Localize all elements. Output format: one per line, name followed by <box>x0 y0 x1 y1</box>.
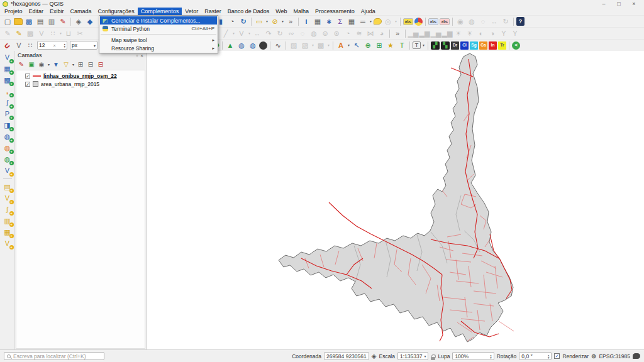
layer-diagrams-button[interactable] <box>414 18 423 26</box>
measure-line-button[interactable]: ═ <box>358 17 368 26</box>
menu-vetor[interactable]: Vetor <box>182 8 201 15</box>
filter-by-expression-button[interactable]: ▽ <box>62 60 70 69</box>
plugin-ca-button[interactable]: Ca <box>479 41 487 50</box>
menu-editar[interactable]: Editar <box>26 8 47 15</box>
spinner-arrows[interactable]: ▴▾ <box>490 354 492 359</box>
menu-ajuda[interactable]: Ajuda <box>358 8 379 15</box>
add-spatialite-layer-button[interactable]: ∫ <box>3 98 13 107</box>
plugin-tr-button[interactable]: Tr <box>498 41 506 50</box>
style-manager-button[interactable]: ✎ <box>58 17 68 26</box>
open-layer-styling-button[interactable]: ✎ <box>17 60 26 69</box>
open-table-dropdown[interactable]: ▦ <box>347 17 357 26</box>
collapse-all-button[interactable]: ⊟ <box>86 60 95 69</box>
layout-manager-button[interactable]: ▥ <box>47 17 57 26</box>
lock-scale-icon[interactable] <box>431 353 435 360</box>
filter-legend-button[interactable]: ▼ <box>52 60 60 69</box>
add-vector-layer-button[interactable]: V <box>3 53 13 62</box>
menu-web[interactable]: Web <box>272 8 290 15</box>
messages-icon[interactable] <box>633 353 640 359</box>
select-pointer-button[interactable]: ↖ <box>352 41 362 50</box>
temporal-controller-button[interactable]: ◔ <box>227 17 237 26</box>
spinner-arrows[interactable]: ▴▾ <box>64 43 65 48</box>
crs-label[interactable]: EPSG:31985 <box>599 353 630 359</box>
plugin-dr-button[interactable]: Dr <box>451 41 459 50</box>
magnifier-spinbox[interactable]: 100% ▴▾ <box>452 352 494 360</box>
diagram-options-button[interactable]: abc <box>440 18 450 25</box>
plugin-cl-button[interactable]: Cl <box>460 41 469 50</box>
menu-item-python-console[interactable]: Terminal Python Ctrl+Alt+P <box>100 25 217 33</box>
add-delimited-text-button[interactable]: , <box>3 87 13 96</box>
spinner-arrows[interactable]: ▴▾ <box>548 354 550 359</box>
menu-configura-es[interactable]: Configurações <box>95 8 138 15</box>
expand-all-button[interactable]: ⊞ <box>76 60 85 69</box>
menu-projeto[interactable]: Projeto <box>1 8 26 15</box>
labeling-options-button[interactable]: abc <box>428 18 438 25</box>
layer-labeling-button[interactable]: abc <box>403 18 413 25</box>
quickmapservices-settings-button[interactable]: ◍ <box>248 41 258 50</box>
extent-toggle-icon[interactable]: ◈ <box>372 353 377 359</box>
add-wfs-layer-button[interactable]: ◍ <box>3 155 13 164</box>
help-contents-button[interactable]: ? <box>516 17 525 26</box>
new-memory-layer-button[interactable]: ▥ <box>3 216 13 226</box>
layer-checkbox[interactable]: ✓ <box>25 82 30 87</box>
deselect-dropdown[interactable]: ▾ <box>280 17 285 26</box>
statistical-summary-button[interactable]: Σ <box>335 17 345 26</box>
snapping-mode-button[interactable]: V <box>14 41 24 50</box>
select-features-dropdown[interactable]: ▾ <box>265 17 269 26</box>
pan-map-button[interactable]: ◈ <box>74 17 84 26</box>
remove-layer-button[interactable]: ⊟ <box>96 60 105 69</box>
minimize-button[interactable]: – <box>596 0 611 8</box>
favorites-button[interactable]: ★ <box>386 41 396 50</box>
save-project-button[interactable]: ▩ <box>24 17 34 26</box>
plugin-map-1-button[interactable]: ▞ <box>431 41 440 50</box>
select-features-button[interactable]: ▭ <box>254 17 264 26</box>
snapping-options-button[interactable]: ∷ <box>25 41 35 50</box>
advanced-overflow-button[interactable]: » <box>392 29 402 38</box>
new-geopackage-layer-button[interactable]: ▤ <box>3 182 13 192</box>
add-raster-layer-button[interactable]: ▦ <box>3 64 13 74</box>
add-postgis-layer-button[interactable]: P <box>3 109 13 119</box>
open-project-button[interactable] <box>14 18 23 25</box>
selection-overflow-button[interactable]: » <box>286 17 296 26</box>
menu-item-resource-sharing[interactable]: Resource Sharing ▸ <box>100 44 217 52</box>
themes-dropdown[interactable]: ▾ <box>47 60 51 69</box>
maximize-button[interactable]: □ <box>611 0 626 8</box>
manage-map-themes-button[interactable]: ◉ <box>37 60 46 69</box>
menu-malha[interactable]: Malha <box>291 8 313 15</box>
snapping-tolerance-input[interactable]: 12 × ▴▾ <box>37 41 67 50</box>
clear-icon[interactable]: × <box>53 43 56 48</box>
menu-processamento[interactable]: Processamento <box>312 8 358 15</box>
toggle-editing-button[interactable]: ✎ <box>14 29 24 38</box>
dsg-tools-button[interactable]: ▲ <box>225 41 235 50</box>
street-view-button[interactable] <box>259 41 267 50</box>
add-wms-layer-button[interactable]: ◍ <box>3 132 13 141</box>
plugin-in-button[interactable]: In <box>489 41 497 50</box>
menu-item-manage-plugins[interactable]: ◩ Gerenciar e Instalar Complementos... <box>100 16 217 25</box>
add-db-layer-button[interactable]: ◨ <box>3 121 13 130</box>
new-print-layout-button[interactable]: ▤ <box>35 17 45 26</box>
expression-dropdown[interactable]: ▾ <box>71 60 75 69</box>
rotation-spinbox[interactable]: 0,0 ° ▴▾ <box>519 352 552 360</box>
menu-exibir[interactable]: Exibir <box>47 8 67 15</box>
refresh-map-button[interactable]: ↻ <box>238 17 248 26</box>
render-checkbox[interactable]: ✓ <box>554 353 560 359</box>
add-node-tool-button[interactable]: ⊕ <box>363 41 373 50</box>
identify-features-button[interactable]: i <box>301 17 311 26</box>
menu-raster[interactable]: Raster <box>201 8 225 15</box>
snapping-units-select[interactable]: px ▾ <box>70 41 97 50</box>
layer-item[interactable]: ✓linhas_onibus_rmjp_osm_22 <box>16 72 145 80</box>
attribute-table-button[interactable]: ▦ <box>313 17 323 26</box>
new-mesh-layer-button[interactable]: ▦ <box>3 228 13 237</box>
menu-camada[interactable]: Camada <box>67 8 95 15</box>
scale-select[interactable]: 1:135337 ▾ <box>397 352 428 360</box>
zoom-full-button[interactable]: ◆ <box>85 17 95 26</box>
close-button[interactable]: × <box>626 0 641 8</box>
enable-snapping-button[interactable]: ∪ <box>1 38 14 52</box>
menu-complementos[interactable]: Complementos <box>138 8 182 15</box>
layer-checkbox[interactable]: ✓ <box>25 74 30 79</box>
annotation-dropdown[interactable]: ▾ <box>421 41 426 50</box>
plugin-map-2-button[interactable]: ▚ <box>441 41 450 50</box>
coordinate-input[interactable]: 269584 9230561 <box>324 352 369 360</box>
deselect-features-button[interactable]: ⊘ <box>270 17 280 26</box>
locator-search-input[interactable]: Escreva para localizar (Ctrl+K) <box>4 352 104 360</box>
